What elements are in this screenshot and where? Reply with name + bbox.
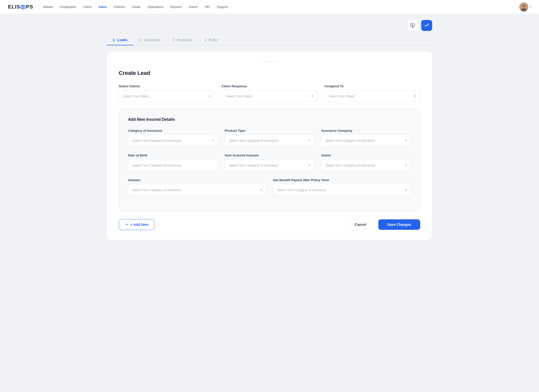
bottom-actions: ＋ + Add New Cancel Save Changes (119, 219, 420, 230)
tab-quotations[interactable]: 2 Quotations (133, 35, 166, 45)
section-divider (262, 61, 277, 62)
category-chevron-icon: ▾ (212, 139, 213, 142)
nav-admin[interactable]: Admin (189, 5, 198, 9)
nav-links: Master Employees Client Sales Policies G… (43, 5, 519, 9)
navbar: ELIS PS Master Employees Client Sales Po… (0, 0, 539, 14)
logo: ELIS PS (8, 4, 33, 10)
form-group-select-clients: Select Clients Select Your Client ▾ (119, 84, 215, 102)
form-group-benefit-payout: Get Benefit Payout after Policy Term Sel… (273, 178, 411, 196)
cancel-button[interactable]: Cancel (346, 219, 374, 230)
sum-assured-chevron-icon: ▾ (309, 163, 310, 167)
sum-assured-placeholder: Select Your Category of Insurance (229, 163, 278, 167)
product-type-dropdown[interactable]: Select Your Category of Insurance ▾ (225, 134, 314, 146)
select-clients-dropdown[interactable]: Select Your Client ▾ (119, 90, 215, 102)
insurance-company-placeholder: Select Your Category of Insurance (326, 139, 375, 142)
save-changes-button[interactable]: Save Changes (378, 219, 420, 230)
nav-client[interactable]: Client (83, 5, 91, 9)
tab-proposals[interactable]: 3 Proposals (167, 35, 199, 45)
page-content: 1 Leads 2 Quotations 3 Proposals 4 Polic… (95, 14, 444, 246)
svg-point-4 (522, 4, 526, 8)
insured-form-row-2: Date of Birth Select Your Category of In… (128, 153, 411, 171)
form-row-clients: Select Clients Select Your Client ▾ Clie… (119, 84, 420, 102)
form-group-assigned-to: Assigned To Select Your Client ▾ (324, 84, 420, 102)
form-group-sum-assured: Sum Assured Amount Select Your Category … (225, 153, 314, 171)
form-group-product-type: Product Type Select Your Category of Ins… (225, 129, 314, 146)
label-category: Category of Insurance (128, 129, 218, 132)
nav-policies[interactable]: Policies (114, 5, 125, 9)
label-sum-assured: Sum Assured Amount (225, 153, 314, 157)
user-avatar-container[interactable]: ▾ (519, 2, 531, 11)
sum-assured-dropdown[interactable]: Select Your Category of Insurance ▾ (225, 159, 314, 171)
category-placeholder: Select Your Category of Insurance (132, 139, 181, 142)
label-insurance-company: Insurance Company (321, 129, 411, 132)
page-title: Create Lead (119, 70, 420, 76)
nav-right: ▾ (519, 2, 531, 11)
benefit-payout-dropdown[interactable]: Select Your Category of Insurance ▾ (273, 184, 411, 196)
form-group-invest: Invest Select Your Category of Insurance… (321, 153, 411, 171)
nav-goals[interactable]: Goals (132, 5, 140, 9)
tab-quotations-label: Quotations (144, 38, 161, 42)
client-response-dropdown[interactable]: Select Your Client ▾ (222, 90, 317, 102)
dob-input[interactable]: Select Your Category of Insurance (128, 159, 218, 171)
insured-form-row-1: Category of Insurance Select Your Catego… (128, 129, 411, 146)
nav-operations[interactable]: Operations (147, 5, 163, 9)
amount-placeholder: Select Your Category of Insurance (132, 188, 181, 192)
tab-proposals-label: Proposals (177, 38, 192, 42)
client-response-chevron-icon: ▾ (312, 94, 313, 98)
amount-chevron-icon: ▾ (260, 188, 262, 192)
select-clients-placeholder: Select Your Client (123, 94, 149, 98)
tab-leads-label: Leads (117, 38, 127, 42)
label-invest: Invest (321, 153, 411, 157)
insured-section-title: Add New Insured Details (128, 117, 411, 122)
chat-icon-button[interactable] (407, 20, 418, 31)
add-new-label: + Add New (131, 223, 148, 227)
chart-icon-button[interactable] (421, 20, 432, 31)
label-benefit-payout: Get Benefit Payout after Policy Term (273, 178, 411, 182)
label-select-clients: Select Clients (119, 84, 215, 88)
tab-quotations-number: 2 (139, 38, 141, 42)
add-new-icon: ＋ (125, 222, 129, 227)
benefit-payout-placeholder: Select Your Category of Insurance (277, 188, 326, 192)
insurance-company-chevron-icon: ▾ (405, 139, 407, 142)
dob-placeholder: Select Your Category of Insurance (132, 163, 181, 167)
svg-point-2 (22, 6, 24, 7)
amount-dropdown[interactable]: Select Your Category of Insurance ▾ (128, 184, 266, 196)
tabs-bar: 1 Leads 2 Quotations 3 Proposals 4 Polic… (107, 35, 432, 45)
benefit-payout-chevron-icon: ▾ (405, 188, 407, 192)
insured-details-section: Add New Insured Details Category of Insu… (119, 109, 420, 211)
nav-master[interactable]: Master (43, 5, 53, 9)
logo-icon (20, 5, 26, 9)
add-new-button[interactable]: ＋ + Add New (119, 219, 154, 230)
svg-rect-6 (411, 23, 415, 26)
client-response-placeholder: Select Your Client (226, 94, 252, 98)
nav-hr[interactable]: HR (205, 5, 210, 9)
invest-chevron-icon: ▾ (405, 163, 407, 167)
form-group-client-response: Client Response Select Your Client ▾ (222, 84, 317, 102)
form-group-category: Category of Insurance Select Your Catego… (128, 129, 218, 146)
nav-support[interactable]: Support (217, 5, 228, 9)
label-client-response: Client Response (222, 84, 317, 88)
invest-dropdown[interactable]: Select Your Category of Insurance ▾ (321, 159, 411, 171)
tab-policy[interactable]: 4 Policy (199, 35, 224, 45)
form-group-insurance-company: Insurance Company Select Your Category o… (321, 129, 411, 146)
nav-sales[interactable]: Sales (98, 5, 107, 9)
nav-reports[interactable]: Reports (170, 5, 182, 9)
tab-proposals-number: 3 (173, 38, 175, 42)
assigned-to-placeholder: Select Your Client (329, 94, 354, 98)
product-type-placeholder: Select Your Category of Insurance (229, 139, 278, 142)
avatar (519, 2, 528, 11)
avatar-image (519, 2, 528, 11)
avatar-chevron-icon: ▾ (530, 5, 531, 8)
insured-form-row-3: Amount Select Your Category of Insurance… (128, 178, 411, 196)
tab-leads-number: 1 (113, 38, 115, 42)
logo-text-after: PS (26, 4, 33, 10)
tab-leads[interactable]: 1 Leads (107, 35, 133, 45)
nav-employees[interactable]: Employees (60, 5, 76, 9)
product-type-chevron-icon: ▾ (309, 139, 310, 142)
tab-policy-label: Policy (209, 38, 218, 42)
insurance-company-dropdown[interactable]: Select Your Category of Insurance ▾ (321, 134, 411, 146)
assigned-to-chevron-icon: ▾ (414, 94, 416, 98)
category-dropdown[interactable]: Select Your Category of Insurance ▾ (128, 134, 218, 146)
assigned-to-dropdown[interactable]: Select Your Client ▾ (324, 90, 420, 102)
select-clients-chevron-icon: ▾ (209, 94, 210, 98)
